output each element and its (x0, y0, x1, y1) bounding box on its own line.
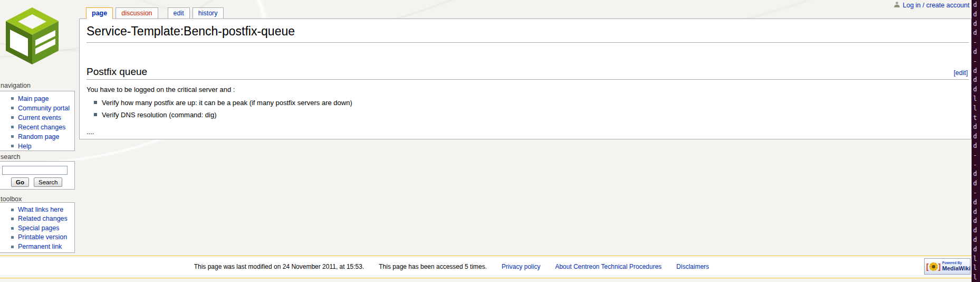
powered-by-mediawiki-badge[interactable]: [ ] Powered By MediaWiki (924, 258, 971, 275)
last-modified-text: This page was last modified on 24 Novemb… (194, 263, 364, 270)
badge-powered-by: Powered By (942, 261, 971, 265)
tab-discussion[interactable]: discussion (116, 7, 158, 18)
about-link[interactable]: About Centreon Technical Procedures (555, 263, 661, 270)
wiki-logo[interactable] (4, 6, 60, 65)
outro-paragraph: .... (87, 128, 969, 136)
login-link[interactable]: Log in / create account (903, 2, 969, 9)
navigation-portlet-label: navigation (1, 82, 31, 89)
disclaimers-link[interactable]: Disclaimers (676, 263, 709, 270)
search-button[interactable]: Search (34, 177, 62, 187)
tab-edit[interactable]: edit (168, 7, 190, 18)
search-portlet-label: search (1, 153, 21, 161)
sidebar-item-recent-changes[interactable]: Recent changes (18, 124, 65, 131)
section-heading: Postfix queue [edit] (87, 67, 969, 80)
toolbox-item-permanent-link[interactable]: Permanent link (18, 243, 62, 250)
footer: This page was last modified on 24 Novemb… (0, 256, 972, 278)
access-count-text: This page has been accessed 5 times. (379, 263, 487, 270)
centreon-cube-icon (4, 6, 60, 65)
sidebar-item-random-page[interactable]: Random page (18, 133, 60, 140)
checklist: Verify how many postfix are up: it can b… (94, 99, 969, 119)
search-buttons: Go Search (11, 177, 74, 187)
toolbox-portlet: What links here Related changes Special … (0, 202, 75, 253)
toolbox-item-related-changes[interactable]: Related changes (18, 215, 68, 222)
toolbox-item-what-links-here[interactable]: What links here (18, 206, 63, 213)
user-icon (893, 1, 900, 10)
sunflower-icon (929, 262, 938, 271)
section-heading-text: Postfix queue (87, 66, 147, 77)
sidebar-item-community-portal[interactable]: Community portal (18, 105, 70, 112)
personal-bar: Log in / create account (893, 1, 969, 10)
page-title: Service-Template:Bench-postfix-queue (87, 24, 969, 43)
search-portlet: Go Search (0, 161, 75, 190)
go-button[interactable]: Go (11, 177, 29, 187)
sidebar-item-help[interactable]: Help (18, 143, 32, 150)
tab-history[interactable]: history (193, 7, 224, 18)
toolbox-item-printable-version[interactable]: Printable version (18, 233, 67, 241)
background-terminal-window-edge[interactable]: d d d d - d - d d d l l t d d d - - d d … (972, 0, 980, 282)
search-input[interactable] (2, 166, 68, 175)
page-tabs: page discussion edit history (86, 7, 226, 18)
sidebar-item-main-page[interactable]: Main page (18, 95, 49, 102)
privacy-policy-link[interactable]: Privacy policy (502, 263, 540, 270)
list-item: Verify how many postfix are up: it can b… (94, 99, 969, 107)
sidebar-item-current-events[interactable]: Current events (18, 114, 61, 121)
edit-section-link[interactable]: [edit] (954, 70, 968, 77)
tab-page[interactable]: page (86, 7, 113, 19)
article-content: Service-Template:Bench-postfix-queue Pos… (79, 18, 972, 139)
toolbox-item-special-pages[interactable]: Special pages (18, 224, 60, 232)
badge-mediawiki: MediaWiki (942, 266, 971, 271)
intro-paragraph: You have to be logged on the critical se… (87, 86, 969, 93)
navigation-portlet: Main page Community portal Current event… (0, 91, 75, 151)
toolbox-portlet-label: toolbox (1, 195, 22, 203)
list-item: Verify DNS resolution (command: dig) (94, 111, 969, 119)
badge-right-bracket: ] (938, 263, 941, 270)
badge-left-bracket: [ (926, 263, 929, 270)
